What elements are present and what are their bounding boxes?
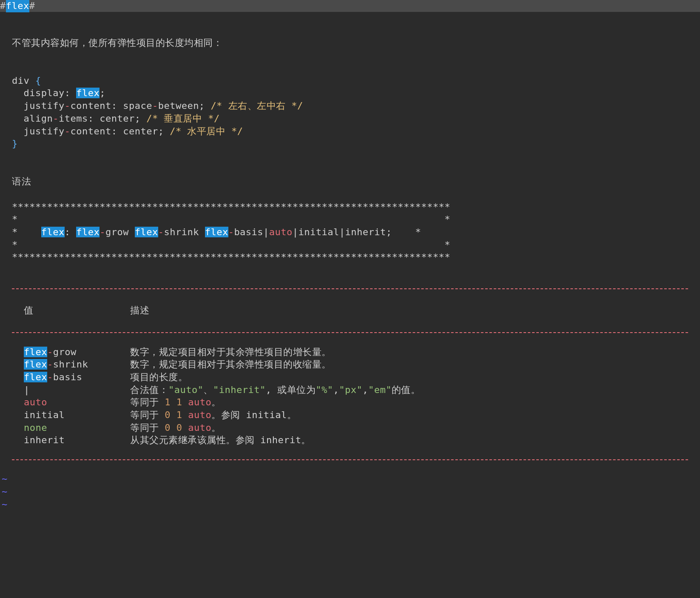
table-divider xyxy=(12,332,688,333)
code-text: shrink xyxy=(164,227,205,237)
desc-cell: 等同于 1 1 auto。 xyxy=(130,396,688,409)
value-cell: flex-shrink xyxy=(12,358,130,371)
text: , xyxy=(362,384,368,395)
text: 项目的长度。 xyxy=(130,372,188,382)
text xyxy=(182,410,188,420)
text: 合法值： xyxy=(130,384,168,395)
tilde-line: ~ xyxy=(2,473,698,485)
code-text: content: space xyxy=(70,100,152,111)
dash: - xyxy=(100,227,105,237)
box-line: * xyxy=(12,227,41,237)
value-table: 值 描述 flex-grow数字，规定项目相对于其余弹性项目的增长量。flex-… xyxy=(0,276,700,473)
dash: - xyxy=(228,227,234,237)
number: 0 1 xyxy=(165,410,182,420)
table-divider xyxy=(12,459,688,460)
text: grow xyxy=(53,347,77,357)
title-word: flex xyxy=(6,0,29,12)
text: shrink xyxy=(53,359,88,370)
desc-cell: 等同于 0 0 auto。 xyxy=(130,421,688,434)
green-text: none xyxy=(24,422,47,433)
text: initial xyxy=(24,410,65,420)
value-cell: auto xyxy=(12,396,130,409)
syntax-label: 语法 xyxy=(12,176,31,187)
red-text: - xyxy=(47,372,53,382)
text xyxy=(182,422,188,433)
table-header: 值 描述 xyxy=(12,302,688,319)
text: inherit xyxy=(24,435,65,445)
text: basis xyxy=(53,372,83,382)
text: , 或单位为 xyxy=(266,384,316,395)
value-cell: | xyxy=(12,384,130,396)
dash: - xyxy=(65,100,71,111)
text xyxy=(182,397,188,407)
code-text: between; xyxy=(158,100,211,111)
dash: - xyxy=(53,113,59,124)
table-row: flex-grow数字，规定项目相对于其余弹性项目的增长量。 xyxy=(12,346,688,359)
desc-cell: 从其父元素继承该属性。参阅 inherit。 xyxy=(130,434,688,447)
flex-keyword: flex xyxy=(76,88,100,98)
table-divider xyxy=(12,288,688,289)
code-line: align xyxy=(12,113,53,124)
code-text: grow xyxy=(105,227,135,237)
brace-open: { xyxy=(35,75,41,86)
red-text: auto xyxy=(188,410,211,420)
table-row: flex-shrink数字，规定项目相对于其余弹性项目的收缩量。 xyxy=(12,358,688,371)
desc-cell: 数字，规定项目相对于其余弹性项目的增长量。 xyxy=(130,346,688,359)
desc-cell: 项目的长度。 xyxy=(130,371,688,384)
header-value: 值 xyxy=(12,304,130,317)
tilde-line: ~ xyxy=(2,485,698,498)
text: 数字，规定项目相对于其余弹性项目的收缩量。 xyxy=(130,359,331,370)
flex-keyword: flex xyxy=(24,347,47,357)
code-text: content: center; xyxy=(70,126,170,137)
desc-cell: 合法值："auto"、"inherit", 或单位为"%","px","em"的… xyxy=(130,384,688,396)
text: | xyxy=(24,384,30,395)
dash: - xyxy=(152,100,158,111)
value-cell: flex-basis xyxy=(12,371,130,384)
code-line: justify xyxy=(12,126,65,137)
code-text: basis xyxy=(234,227,263,237)
text: 数字，规定项目相对于其余弹性项目的增长量。 xyxy=(130,347,331,357)
flex-keyword: flex xyxy=(41,227,65,237)
pipe: | xyxy=(263,227,269,237)
code-text: items: center; xyxy=(59,113,146,124)
string: "px" xyxy=(339,384,362,395)
dash: - xyxy=(65,126,71,137)
auto-keyword: auto xyxy=(269,227,293,237)
red-text: auto xyxy=(188,397,211,407)
text: 等同于 xyxy=(130,422,165,433)
number: 0 0 xyxy=(165,422,182,433)
value-cell: inherit xyxy=(12,434,130,447)
red-text: - xyxy=(47,359,53,370)
string: "auto" xyxy=(168,384,203,395)
brace-close: } xyxy=(12,138,18,149)
text: 、 xyxy=(203,384,213,395)
text: 从其父元素继承该属性。参阅 inherit。 xyxy=(130,435,311,445)
box-border: * * xyxy=(12,239,450,250)
comment: /* 左右、左中右 */ xyxy=(211,100,303,111)
editor-content[interactable]: 不管其内容如何，使所有弹性项目的长度均相同： div { display: fl… xyxy=(0,12,700,264)
comment: /* 垂直居中 */ xyxy=(146,113,219,124)
string: "inherit" xyxy=(213,384,266,395)
dash: - xyxy=(158,227,164,237)
text: 。 xyxy=(211,422,221,433)
vim-tilde-lines: ~~~ xyxy=(0,473,700,510)
string: "%" xyxy=(316,384,333,395)
text: 的值。 xyxy=(392,384,421,395)
desc-cell: 等同于 0 1 auto。参阅 initial。 xyxy=(130,409,688,421)
header-desc: 描述 xyxy=(130,304,688,317)
red-text: auto xyxy=(188,422,211,433)
text: 。参阅 initial。 xyxy=(211,410,296,420)
text: 等同于 xyxy=(130,397,165,407)
code-line: display: xyxy=(12,88,76,98)
table-row: |合法值："auto"、"inherit", 或单位为"%","px","em"… xyxy=(12,384,688,396)
table-row: none等同于 0 0 auto。 xyxy=(12,421,688,434)
text: , xyxy=(333,384,339,395)
code-line: justify xyxy=(12,100,65,111)
red-text: - xyxy=(47,347,53,357)
red-text: auto xyxy=(24,397,47,407)
number: 1 1 xyxy=(165,397,182,407)
table-row: inherit从其父元素继承该属性。参阅 inherit。 xyxy=(12,434,688,447)
hash-icon: # xyxy=(29,0,35,12)
code-text: |initial|inherit; * xyxy=(293,227,421,237)
table-row: auto等同于 1 1 auto。 xyxy=(12,396,688,409)
